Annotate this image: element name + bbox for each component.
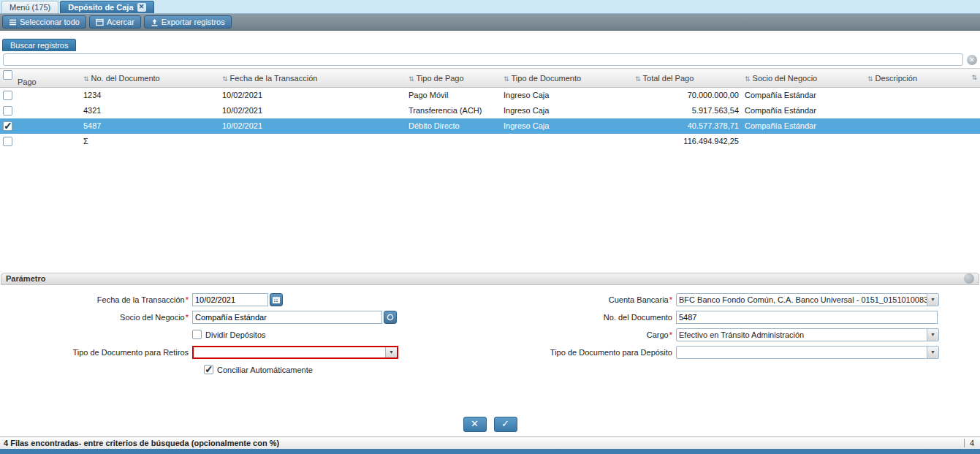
row-checkbox[interactable] — [3, 106, 12, 116]
cuenta-bancaria-label: Cuenta Bancaria* — [487, 295, 676, 304]
export-label: Exportar registros — [162, 18, 225, 26]
cell-fecha: 10/02/2021 — [219, 103, 406, 118]
sort-icon[interactable]: ⇅ — [635, 75, 641, 83]
no-documento-input[interactable] — [676, 311, 938, 324]
tipo-doc-deposito-select[interactable]: ▼ — [676, 346, 939, 359]
cargo-label: Cargo* — [487, 330, 676, 339]
socio-negocio-label: Socio del Negocio* — [0, 313, 192, 322]
confirm-button[interactable]: ✓ — [494, 417, 517, 432]
chevron-down-icon[interactable]: ▼ — [927, 347, 938, 358]
close-icon[interactable]: ✕ — [137, 3, 146, 12]
select-all-label: Seleccionar todo — [20, 18, 80, 26]
socio-negocio-input[interactable] — [192, 311, 382, 324]
sort-icon[interactable]: ⇅ — [867, 75, 873, 83]
descripcion-header-label: Descripción — [875, 74, 917, 83]
total-header-label: Total del Pago — [643, 74, 694, 83]
cell-socio: Compañía Estándar — [742, 118, 865, 134]
tipo-doc-retiros-value — [194, 347, 385, 357]
zoom-icon — [96, 18, 104, 26]
cargo-select[interactable]: Efectivo en Tránsito Administración ▼ — [676, 328, 939, 341]
search-input[interactable] — [3, 53, 963, 66]
cancel-button[interactable]: ✕ — [463, 417, 487, 432]
tipo-doc-deposito-label: Tipo de Documento para Depósito — [487, 348, 676, 357]
export-button[interactable]: Exportar registros — [144, 15, 232, 29]
table-row[interactable]: 4321 10/02/2021 Transferencia (ACH) Ingr… — [0, 103, 980, 118]
status-text: 4 Filas encontradas- entre criterios de … — [4, 439, 279, 447]
sort-icon[interactable]: ⇅ — [409, 75, 414, 83]
row-checkbox[interactable] — [3, 91, 12, 100]
column-header-socio[interactable]: ⇅Socio del Negocio — [742, 69, 865, 88]
check-icon: ✓ — [501, 418, 509, 429]
partner-search-button[interactable] — [384, 311, 397, 324]
tab-menu[interactable]: Menú (175) — [1, 1, 58, 13]
chevron-down-icon[interactable]: ▼ — [385, 347, 397, 357]
window-tabstrip: Menú (175) Depósito de Caja ✕ — [0, 0, 980, 14]
pago-header-label: Pago — [18, 77, 37, 86]
zoom-label: Acercar — [107, 18, 134, 26]
calendar-button[interactable] — [270, 293, 283, 306]
status-bar: 4 Filas encontradas- entre criterios de … — [0, 436, 980, 449]
table-header-row: Pago ⇅No. del Documento ⇅Fecha de la Tra… — [0, 69, 980, 88]
sort-icon[interactable]: ⇅ — [504, 75, 509, 83]
column-header-descripcion[interactable]: ⇅Descripción⇅ — [865, 69, 980, 88]
calendar-icon — [272, 295, 281, 304]
required-marker: * — [669, 330, 672, 339]
column-header-tipo-pago[interactable]: ⇅Tipo de Pago — [406, 69, 501, 88]
confirm-row: ✕ ✓ — [0, 417, 980, 432]
sort-icon[interactable]: ⇅ — [971, 74, 977, 81]
row-checkbox[interactable] — [3, 121, 12, 131]
table-row[interactable]: 1234 10/02/2021 Pago Móvil Ingreso Caja … — [0, 88, 980, 103]
cuenta-bancaria-value: BFC Banco Fondo Común, C.A. Banco Univer… — [677, 294, 927, 306]
fecha-transaccion-input[interactable] — [192, 293, 268, 306]
cargo-value: Efectivo en Tránsito Administración — [677, 329, 927, 341]
bottom-accent-bar — [0, 449, 980, 454]
status-row-count: 4 — [964, 439, 976, 447]
sort-icon[interactable]: ⇅ — [745, 75, 751, 83]
chevron-down-icon[interactable]: ▼ — [927, 329, 938, 341]
sort-icon[interactable]: ⇅ — [222, 75, 228, 83]
select-all-button[interactable]: Seleccionar todo — [2, 15, 86, 29]
tipo-doc-retiros-label: Tipo de Documento para Retiros — [0, 348, 192, 357]
documento-header-label: No. del Documento — [91, 74, 160, 83]
cell-sigma: Σ — [80, 134, 219, 149]
select-all-checkbox[interactable] — [3, 70, 12, 80]
cell-documento: 4321 — [80, 103, 219, 118]
parameter-form: Fecha de la Transacción* Cuenta Bancaria… — [0, 285, 980, 379]
column-header-tipo-documento[interactable]: ⇅Tipo de Documento — [501, 69, 632, 88]
cuenta-bancaria-select[interactable]: BFC Banco Fondo Común, C.A. Banco Univer… — [676, 293, 939, 306]
tab-buscar-registros[interactable]: Buscar registros — [2, 39, 76, 51]
cell-descripcion — [865, 103, 980, 118]
row-checkbox[interactable] — [3, 137, 12, 146]
checkbox-box[interactable] — [192, 330, 202, 339]
search-row: ✕ — [0, 51, 980, 68]
table-row[interactable]: 5487 10/02/2021 Débito Directo Ingreso C… — [0, 118, 980, 134]
zoom-button[interactable]: Acercar — [89, 15, 141, 29]
tipo-doc-deposito-value — [677, 347, 927, 358]
required-marker: * — [186, 295, 189, 304]
dividir-depositos-checkbox[interactable]: Dividir Depósitos — [192, 330, 266, 339]
column-header-fecha[interactable]: ⇅Fecha de la Transacción — [219, 69, 406, 88]
cell-total: 40.577.378,71 — [632, 118, 742, 134]
column-header-total[interactable]: ⇅Total del Pago — [632, 69, 742, 88]
tipo-pago-header-label: Tipo de Pago — [417, 74, 464, 83]
chevron-down-icon[interactable]: ▼ — [927, 294, 938, 306]
tab-deposito-de-caja[interactable]: Depósito de Caja ✕ — [60, 1, 153, 13]
table-sum-row: Σ 116.494.942,25 — [0, 134, 980, 149]
cell-total: 70.000.000,00 — [632, 88, 742, 103]
cell-tipo-documento: Ingreso Caja — [501, 88, 632, 103]
sort-icon[interactable]: ⇅ — [83, 75, 89, 83]
clear-search-icon[interactable]: ✕ — [967, 55, 977, 65]
app-window: { "window": { "tabs": [ { "label": "Menú… — [0, 0, 980, 454]
tipo-doc-retiros-select[interactable]: ▼ — [192, 346, 398, 359]
no-documento-label: No. del Documento — [487, 313, 676, 322]
collapse-panel-icon[interactable] — [964, 273, 974, 284]
required-marker: * — [669, 295, 672, 304]
cell-tipo-documento: Ingreso Caja — [501, 118, 632, 134]
column-header-documento[interactable]: ⇅No. del Documento — [80, 69, 219, 88]
cell-fecha: 10/02/2021 — [219, 118, 406, 134]
conciliar-automaticamente-checkbox[interactable]: Conciliar Automáticamente — [204, 365, 313, 374]
search-tab-row: Buscar registros — [0, 31, 980, 51]
x-icon: ✕ — [471, 418, 479, 429]
checkbox-box[interactable] — [204, 365, 213, 374]
tab-deposito-label: Depósito de Caja — [68, 3, 133, 12]
